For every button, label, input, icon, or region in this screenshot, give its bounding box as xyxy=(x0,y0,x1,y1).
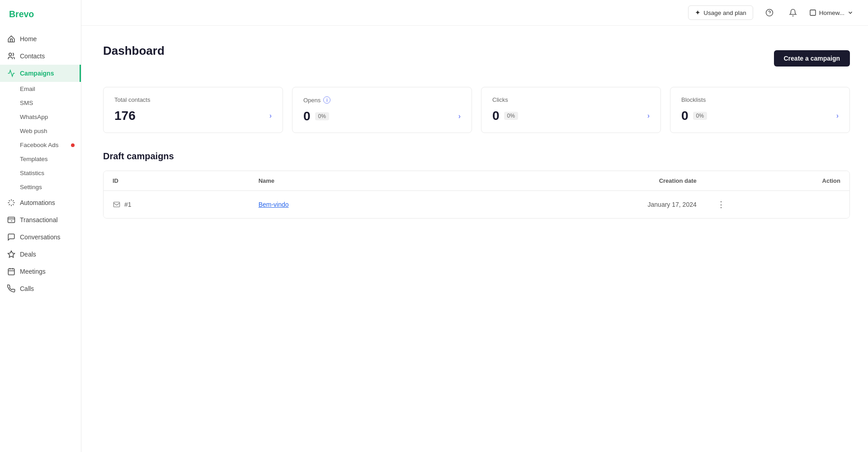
sidebar-item-automations[interactable]: Automations xyxy=(0,194,81,211)
chevron-down-icon xyxy=(847,10,854,16)
stat-card-total-contacts[interactable]: Total contacts 176 › xyxy=(103,87,283,133)
help-button[interactable] xyxy=(762,5,777,20)
stat-card-clicks[interactable]: Clicks 0 0% › xyxy=(481,87,661,133)
stat-label-clicks: Clicks xyxy=(492,96,650,103)
conversations-icon xyxy=(7,233,15,241)
workspace-selector[interactable]: Homew... xyxy=(809,9,854,16)
stat-arrow-blocklists: › xyxy=(836,112,839,120)
stat-value-total-contacts: 176 xyxy=(114,109,136,123)
calls-icon xyxy=(7,285,15,293)
sidebar-item-contacts[interactable]: Contacts xyxy=(0,48,81,65)
stat-value-opens: 0 xyxy=(303,109,311,124)
help-icon xyxy=(765,9,774,17)
stat-value-blocklists: 0 xyxy=(681,109,689,123)
notifications-button[interactable] xyxy=(786,5,800,20)
sidebar-nav: Home Contacts Campaigns Email SMS Wha xyxy=(0,29,81,452)
stat-arrow-clicks: › xyxy=(647,112,650,120)
meetings-icon xyxy=(7,267,15,276)
col-id: ID xyxy=(104,171,250,191)
stat-card-blocklists[interactable]: Blocklists 0 0% › xyxy=(670,87,850,133)
col-name: Name xyxy=(250,171,441,191)
sidebar-item-meetings[interactable]: Meetings xyxy=(0,263,81,280)
automations-icon xyxy=(7,199,15,207)
contacts-icon xyxy=(7,52,15,60)
table-row: #1 Bem-vindo January 17, 2024 ⋮ xyxy=(104,191,849,219)
transactional-icon xyxy=(7,216,15,224)
stat-label-total-contacts: Total contacts xyxy=(114,96,272,103)
sidebar-item-campaigns[interactable]: Campaigns xyxy=(0,65,81,82)
col-action: Action xyxy=(706,171,849,191)
sidebar-item-settings[interactable]: Settings xyxy=(0,180,81,194)
stats-row: Total contacts 176 › Opens i 0 xyxy=(103,87,850,133)
row-date-cell: January 17, 2024 xyxy=(441,191,706,219)
draft-campaigns-section: Draft campaigns ID Name Creation date Ac… xyxy=(103,151,850,219)
stat-card-opens[interactable]: Opens i 0 0% › xyxy=(292,87,472,133)
draft-campaigns-title: Draft campaigns xyxy=(103,151,850,162)
row-action-cell: ⋮ xyxy=(706,191,849,219)
page-header: Dashboard Create a campaign xyxy=(103,44,850,72)
sidebar-item-statistics[interactable]: Statistics xyxy=(0,166,81,180)
clicks-pct: 0% xyxy=(504,112,518,120)
row-name-cell: Bem-vindo xyxy=(250,191,441,219)
stat-label-blocklists: Blocklists xyxy=(681,96,839,103)
svg-point-1 xyxy=(9,53,12,56)
stat-arrow-opens: › xyxy=(458,112,461,120)
row-id-cell: #1 xyxy=(104,191,250,219)
sparkle-icon: ✦ xyxy=(695,9,701,17)
sidebar: Brevo Home Contacts Campaigns xyxy=(0,0,81,452)
sidebar-item-calls[interactable]: Calls xyxy=(0,280,81,297)
svg-rect-6 xyxy=(113,202,119,207)
home-icon xyxy=(7,35,15,43)
stat-label-opens: Opens i xyxy=(303,96,461,104)
svg-rect-3 xyxy=(8,269,14,275)
page-title: Dashboard xyxy=(103,44,165,58)
header-bar: ✦ Usage and plan Homew... xyxy=(81,0,868,26)
blocklists-pct: 0% xyxy=(693,112,707,120)
page-content: Dashboard Create a campaign Total contac… xyxy=(81,26,868,237)
stat-arrow-total-contacts: › xyxy=(269,112,272,120)
svg-rect-2 xyxy=(8,217,15,223)
table-header-row: ID Name Creation date Action xyxy=(104,171,849,191)
opens-pct: 0% xyxy=(315,112,329,120)
sidebar-item-transactional[interactable]: Transactional xyxy=(0,211,81,228)
facebook-ads-badge xyxy=(71,143,75,147)
sidebar-item-templates[interactable]: Templates xyxy=(0,152,81,166)
sidebar-item-email[interactable]: Email xyxy=(0,82,81,96)
bell-icon xyxy=(789,9,797,17)
campaigns-icon xyxy=(7,69,15,77)
sidebar-item-facebook-ads[interactable]: Facebook Ads xyxy=(0,138,81,152)
stat-value-clicks: 0 xyxy=(492,109,500,123)
sidebar-item-web-push[interactable]: Web push xyxy=(0,124,81,138)
action-menu-button[interactable]: ⋮ xyxy=(715,198,727,211)
campaign-name-link[interactable]: Bem-vindo xyxy=(259,201,289,208)
usage-plan-button[interactable]: ✦ Usage and plan xyxy=(688,5,753,20)
building-icon xyxy=(809,9,816,16)
sidebar-item-sms[interactable]: SMS xyxy=(0,96,81,110)
opens-info-icon: i xyxy=(323,96,330,104)
brevo-logo[interactable]: Brevo xyxy=(0,0,81,29)
svg-text:Brevo: Brevo xyxy=(9,9,34,19)
create-campaign-button[interactable]: Create a campaign xyxy=(774,50,850,67)
main-content: ✦ Usage and plan Homew... Dashboard Crea… xyxy=(81,0,868,452)
draft-campaigns-table: ID Name Creation date Action xyxy=(103,171,850,219)
campaigns-subnav: Email SMS WhatsApp Web push Facebook Ads… xyxy=(0,82,81,194)
deals-icon xyxy=(7,250,15,258)
svg-rect-5 xyxy=(810,10,816,15)
sidebar-item-deals[interactable]: Deals xyxy=(0,246,81,263)
sidebar-item-home[interactable]: Home xyxy=(0,30,81,48)
sidebar-item-whatsapp[interactable]: WhatsApp xyxy=(0,110,81,124)
col-creation-date: Creation date xyxy=(441,171,706,191)
sidebar-item-conversations[interactable]: Conversations xyxy=(0,228,81,246)
email-icon xyxy=(113,200,121,209)
